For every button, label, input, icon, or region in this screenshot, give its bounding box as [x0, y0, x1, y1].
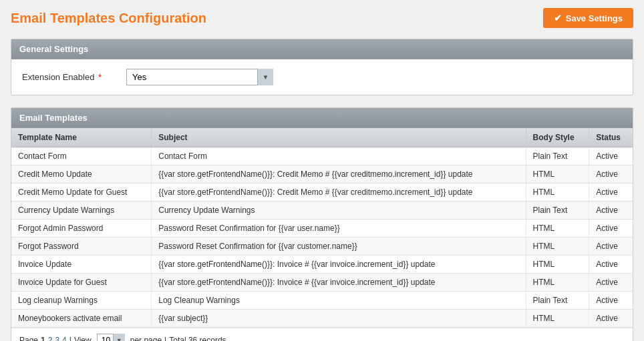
cell-body-style: HTML: [526, 256, 589, 274]
cell-subject: Currency Update Warnings: [152, 202, 526, 220]
per-page-label: per page: [130, 336, 162, 341]
email-templates-table: Template Name Subject Body Style Status …: [11, 128, 633, 328]
cell-subject: {{var subject}}: [152, 310, 526, 328]
cell-subject: {{var store.getFrontendName()}}: Invoice…: [152, 256, 526, 274]
pagination-bar: Page 1 2 3 4 | View 5 10 20 50 ▼ per pag…: [11, 328, 633, 341]
table-row: Credit Memo Update{{var store.getFronten…: [11, 165, 633, 184]
table-row: Invoice Update for Guest{{var store.getF…: [11, 274, 633, 292]
cell-body-style: HTML: [526, 238, 589, 256]
general-settings-header: General Settings: [11, 39, 633, 59]
cell-status: Active: [589, 310, 633, 328]
cell-body-style: HTML: [526, 165, 589, 184]
cell-subject: {{var store.getFrontendName()}}: Credit …: [152, 165, 526, 184]
cell-subject: Log Cleanup Warnings: [152, 292, 526, 310]
page-3-link[interactable]: 3: [55, 336, 59, 341]
cell-status: Active: [589, 256, 633, 274]
cell-status: Active: [589, 184, 633, 202]
cell-template-name: Invoice Update for Guest: [11, 274, 152, 292]
page-1-link[interactable]: 1: [41, 336, 45, 341]
table-row: Forgot Admin PasswordPassword Reset Conf…: [11, 220, 633, 238]
cell-status: Active: [589, 238, 633, 256]
cell-body-style: Plain Text: [526, 292, 589, 310]
page-title: Email Templates Configuration: [11, 11, 206, 26]
separator-total: |: [164, 336, 166, 341]
page-4-link[interactable]: 4: [62, 336, 67, 341]
cell-status: Active: [589, 292, 633, 310]
extension-enabled-select[interactable]: Yes No: [126, 69, 273, 85]
cell-subject: Password Reset Confirmation for {{var cu…: [152, 238, 526, 256]
table-body: Contact FormContact FormPlain TextActive…: [11, 147, 633, 328]
extension-enabled-row: Extension Enabled * Yes No ▼: [22, 69, 622, 85]
page-label: Page: [19, 336, 38, 341]
table-row: Log cleanup WarningsLog Cleanup Warnings…: [11, 292, 633, 310]
table-row: Currency Update WarningsCurrency Update …: [11, 202, 633, 220]
save-icon: ✔: [554, 13, 562, 23]
general-settings-section: General Settings Extension Enabled * Yes…: [11, 39, 633, 95]
email-templates-section: Email Templates Template Name Subject Bo…: [11, 107, 633, 341]
cell-body-style: Plain Text: [526, 202, 589, 220]
cell-template-name: Credit Memo Update: [11, 165, 152, 184]
cell-subject: {{var store.getFrontendName()}}: Invoice…: [152, 274, 526, 292]
email-templates-header: Email Templates: [11, 108, 633, 128]
cell-template-name: Currency Update Warnings: [11, 202, 152, 220]
table-header-row: Template Name Subject Body Style Status: [11, 128, 633, 147]
table-head: Template Name Subject Body Style Status: [11, 128, 633, 147]
extension-enabled-select-wrapper: Yes No ▼: [126, 69, 273, 85]
cell-template-name: Log cleanup Warnings: [11, 292, 152, 310]
table-row: Credit Memo Update for Guest{{var store.…: [11, 184, 633, 202]
cell-template-name: Contact Form: [11, 147, 152, 165]
page-header: Email Templates Configuration ✔ Save Set…: [11, 8, 633, 28]
email-templates-table-wrapper: Template Name Subject Body Style Status …: [11, 128, 633, 341]
cell-body-style: HTML: [526, 274, 589, 292]
view-label: View: [74, 336, 92, 341]
col-subject: Subject: [152, 128, 526, 147]
cell-template-name: Forgot Password: [11, 238, 152, 256]
cell-subject: Password Reset Confirmation for {{var us…: [152, 220, 526, 238]
total-records-label: Total 36 records: [169, 336, 226, 341]
cell-template-name: Forgot Admin Password: [11, 220, 152, 238]
cell-status: Active: [589, 147, 633, 165]
cell-body-style: HTML: [526, 310, 589, 328]
col-status: Status: [589, 128, 633, 147]
cell-body-style: HTML: [526, 184, 589, 202]
per-page-select[interactable]: 5 10 20 50: [97, 334, 125, 341]
cell-status: Active: [589, 220, 633, 238]
table-row: Contact FormContact FormPlain TextActive: [11, 147, 633, 165]
required-indicator: *: [96, 72, 102, 82]
col-template-name: Template Name: [11, 128, 152, 147]
page-2-link[interactable]: 2: [48, 336, 53, 341]
cell-body-style: HTML: [526, 220, 589, 238]
cell-status: Active: [589, 202, 633, 220]
cell-template-name: Credit Memo Update for Guest: [11, 184, 152, 202]
cell-subject: Contact Form: [152, 147, 526, 165]
save-settings-button[interactable]: ✔ Save Settings: [543, 8, 633, 28]
cell-template-name: Invoice Update: [11, 256, 152, 274]
table-row: Invoice Update{{var store.getFrontendNam…: [11, 256, 633, 274]
per-page-select-wrapper: 5 10 20 50 ▼: [97, 334, 125, 341]
cell-body-style: Plain Text: [526, 147, 589, 165]
col-body-style: Body Style: [526, 128, 589, 147]
separator-view: |: [69, 336, 71, 341]
cell-status: Active: [589, 274, 633, 292]
cell-subject: {{var store.getFrontendName()}}: Credit …: [152, 184, 526, 202]
table-row: Forgot PasswordPassword Reset Confirmati…: [11, 238, 633, 256]
table-row: Moneybookers activate email{{var subject…: [11, 310, 633, 328]
cell-template-name: Moneybookers activate email: [11, 310, 152, 328]
extension-enabled-label: Extension Enabled *: [22, 72, 116, 82]
general-settings-body: Extension Enabled * Yes No ▼: [11, 59, 633, 95]
cell-status: Active: [589, 165, 633, 184]
